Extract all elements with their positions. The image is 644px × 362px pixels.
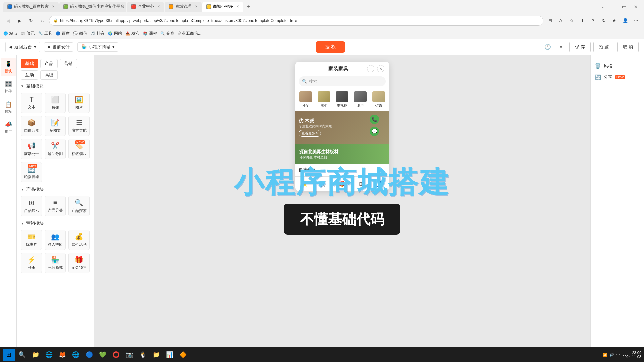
tab-miniapp-editor[interactable]: 🟢 码云数智_微信小程序制作平台 ✕ (59, 2, 126, 12)
marketing-section-header[interactable]: ▼ 营销模块 (21, 220, 90, 226)
nav-user[interactable]: 👤 (370, 177, 389, 191)
module-free-container[interactable]: 📦 自由容器 (21, 116, 42, 136)
taskbar-app7[interactable]: 🔶 (177, 349, 189, 361)
taskbar-clock[interactable]: 23:09 2024-11-03 (623, 351, 641, 359)
save-button[interactable]: 保 存 (569, 42, 591, 52)
main-banner[interactable]: 优·木派 专注北欧简约时尚家居 查看更多 > 📞 💬 (295, 111, 389, 144)
tab-advanced[interactable]: 高级 (40, 70, 58, 80)
module-flash-sale[interactable]: ⚡ 秒杀 (21, 253, 42, 273)
tab-marketing[interactable]: 营销 (60, 59, 77, 68)
category-bathroom[interactable]: 卫浴 (352, 91, 369, 108)
bookmark-publish[interactable]: 📤发布 (125, 31, 140, 36)
taskbar-app5[interactable]: 🐧 (137, 349, 149, 361)
phone-close-icon[interactable]: ✕ (377, 65, 384, 72)
bookmark-tiktok[interactable]: 🎵抖音 (91, 31, 105, 36)
secondary-banner[interactable]: 源自北美再生林板材 环保再生 木材坚韧 (295, 144, 389, 164)
module-product-display[interactable]: ⊞ 产品展示 (21, 196, 42, 216)
forward-nav-button[interactable]: ▶ (15, 16, 24, 25)
extensions-button[interactable]: ⊞ (545, 16, 555, 25)
sidebar-item-promote[interactable]: 📣 推广 (1, 118, 16, 137)
download-button[interactable]: ⬇ (578, 16, 587, 25)
module-multi-image[interactable]: 📝 多图文 (45, 116, 66, 136)
sidebar-item-component[interactable]: 🎛️ 控件 (1, 78, 16, 97)
tab-close-1[interactable]: ✕ (52, 5, 55, 8)
bookmark-wechat[interactable]: 💬微信 (73, 31, 87, 36)
module-text[interactable]: T 文本 (21, 93, 42, 113)
taskbar-file-explorer[interactable]: 📁 (30, 349, 42, 361)
category-lighting[interactable]: 灯饰 (370, 91, 387, 108)
bookmark-baidu[interactable]: 🔵百度 (56, 31, 70, 36)
taskbar-chrome[interactable]: 🌐 (70, 349, 82, 361)
tab-shop-miniapp[interactable]: 🟡 商城小程序 ✕ (202, 2, 243, 12)
tab-shop-manage[interactable]: 🟠 商城管理 ✕ (165, 2, 202, 12)
tab-add-button[interactable]: ＋ (244, 2, 253, 11)
category-wardrobe[interactable]: 衣柜 (315, 91, 332, 108)
close-button[interactable]: ✕ (631, 2, 641, 11)
tab-close-5[interactable]: ✕ (236, 5, 239, 8)
taskbar-app2[interactable]: 💚 (97, 349, 109, 361)
share-option[interactable]: 🔄 分享 NEW (595, 72, 640, 83)
module-product-search[interactable]: 🔍 产品搜索 (68, 196, 90, 216)
history-button[interactable]: 🕐 (542, 42, 553, 52)
profile-button[interactable]: 👤 (621, 16, 630, 25)
address-bar[interactable]: 🔒 https://huang897157type-38.mallapp.vip… (49, 16, 543, 26)
phone-menu-icon[interactable]: ··· (367, 65, 374, 72)
module-group-buy[interactable]: 👥 多人拼团 (45, 230, 66, 250)
restore-button[interactable]: ▭ (619, 2, 629, 11)
module-divider[interactable]: ✂️ 辅助分割 (45, 139, 66, 159)
home-button[interactable]: ⌂ (38, 16, 47, 25)
taskbar-edge[interactable]: 🌐 (43, 349, 55, 361)
favorites-button[interactable]: ☆ (567, 16, 576, 25)
category-sofa[interactable]: 沙发 (297, 91, 314, 108)
category-tv-cabinet[interactable]: 电视柜 (334, 91, 351, 108)
back-to-admin-button[interactable]: ◀ 返回后台 ▾ (5, 42, 40, 52)
refresh-page-button[interactable]: ↻ (599, 16, 608, 25)
bookmark-web[interactable]: 🌍网站 (108, 31, 122, 36)
taskbar-excel[interactable]: 📊 (164, 349, 176, 361)
bookmark-news[interactable]: 📰资讯 (21, 31, 35, 36)
bookmark-site[interactable]: 🌐站点 (3, 31, 17, 36)
authorize-button[interactable]: 授 权 (316, 41, 345, 53)
product-section-header[interactable]: ▼ 产品模块 (21, 186, 90, 192)
translate-button[interactable]: A (556, 16, 566, 25)
refresh-button[interactable]: ↻ (26, 16, 36, 25)
module-magic-nav[interactable]: ☰ 魔方导航 (68, 116, 90, 136)
tab-scroll-btn[interactable]: ⌄ (601, 4, 604, 9)
tab-product[interactable]: 产品 (40, 59, 58, 68)
style-option[interactable]: 🗑️ 风格 (595, 60, 640, 72)
module-bargain[interactable]: 💰 砍价活动 (68, 230, 90, 250)
search-bar[interactable]: 🔍 搜索 (299, 76, 386, 86)
nav-home[interactable]: ⭐ (295, 177, 314, 191)
module-image[interactable]: 🖼️ 图片 (68, 93, 90, 113)
module-points-mall[interactable]: 🏪 积分商城 (45, 253, 66, 273)
tab-basic[interactable]: 基础 (21, 59, 38, 68)
shop-miniapp-button[interactable]: 🏪 小程序商城 ▾ (77, 42, 118, 52)
banner-cta-button[interactable]: 查看更多 > (299, 130, 321, 137)
nav-gift[interactable]: 🎁 (333, 177, 352, 191)
tab-interactive[interactable]: 互动 (21, 70, 38, 80)
basic-section-header[interactable]: ▼ 基础模块 (21, 83, 90, 89)
nav-apps[interactable]: ⊞ (352, 177, 370, 191)
bookmark-button[interactable]: ★ (610, 16, 619, 25)
sidebar-item-template[interactable]: 📋 模板 (1, 98, 16, 117)
bell-icon[interactable]: ▾ (556, 42, 567, 52)
taskbar-app4[interactable]: 📷 (123, 349, 136, 361)
nav-cart[interactable]: 🛒 (314, 177, 333, 191)
module-scroll-notice[interactable]: 📢 滚动公告 (21, 139, 42, 159)
call-button[interactable]: 📞 (370, 115, 379, 124)
taskbar-search[interactable]: 🔍 (16, 349, 28, 361)
module-presale[interactable]: 🎁 定金预售 (68, 253, 90, 273)
module-tag[interactable]: 🏷️ NEW 标签模块 (68, 139, 90, 159)
preview-button[interactable]: 预 览 (593, 42, 615, 52)
wechat-button[interactable]: 💬 (370, 127, 379, 136)
module-button[interactable]: ⬜ 按钮 (45, 93, 66, 113)
back-nav-button[interactable]: ◀ (3, 16, 13, 25)
module-coupon[interactable]: 🎫 优惠券 (21, 230, 42, 250)
tab-baidu-search[interactable]: 🔵 码云数智_百度搜索 ✕ (3, 2, 59, 12)
windows-start-button[interactable]: ⊞ (3, 349, 15, 361)
taskbar-app3[interactable]: ⭕ (110, 349, 122, 361)
taskbar-app6[interactable]: 📁 (150, 349, 162, 361)
taskbar-firefox[interactable]: 🦊 (56, 349, 68, 361)
sidebar-item-module[interactable]: 📱 模块 (1, 58, 16, 76)
tab-close-3[interactable]: ✕ (157, 5, 160, 8)
